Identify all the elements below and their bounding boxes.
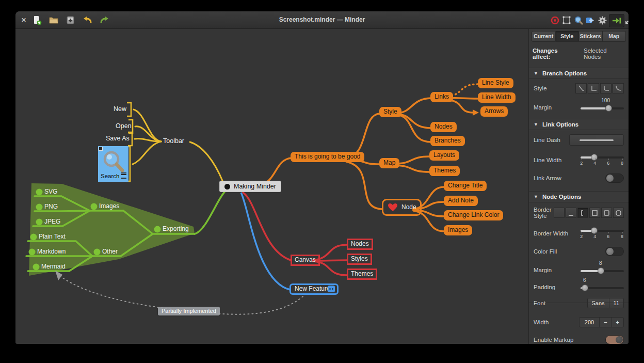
line-dash-button[interactable] <box>569 134 624 146</box>
node-node[interactable]: Node <box>382 199 422 216</box>
export-image-button[interactable] <box>584 14 596 26</box>
connection-title[interactable]: Partially Implemented <box>158 307 220 315</box>
node-toolbar[interactable]: Toolbar <box>163 137 184 145</box>
record-circle-icon <box>550 15 560 25</box>
square-rounded-icon <box>603 210 610 216</box>
node-padding-slider[interactable]: 6 <box>581 284 624 290</box>
node-change-link-color[interactable]: Change Link Color <box>444 210 503 220</box>
node-line-width[interactable]: Line Width <box>478 92 516 103</box>
image-export-icon <box>585 15 595 25</box>
node-exporting[interactable]: Exporting <box>163 226 189 233</box>
branch-style-rounded-button[interactable] <box>600 83 611 93</box>
square-icon <box>591 210 598 216</box>
width-decrement-button[interactable]: − <box>599 318 611 327</box>
focus-mode-button[interactable] <box>549 14 561 26</box>
node-line-style[interactable]: Line Style <box>478 78 513 88</box>
node-search[interactable]: Search <box>98 146 128 182</box>
branch-style-straight-button[interactable] <box>575 83 587 93</box>
branch-style-squared-button[interactable] <box>588 83 599 93</box>
node-change-title[interactable]: Change Title <box>444 181 487 191</box>
node-add-note[interactable]: Add Note <box>444 196 478 206</box>
heart-icon <box>387 202 398 212</box>
node-images-orange[interactable]: Images <box>444 225 472 235</box>
node-width-spinner: 200 − + <box>579 317 624 327</box>
border-pill-button[interactable] <box>613 208 624 218</box>
width-increment-button[interactable]: + <box>611 318 623 327</box>
node-branches[interactable]: Branches <box>430 136 465 146</box>
node-jpeg[interactable]: JPEG <box>44 218 60 226</box>
link-arrow-toggle[interactable] <box>605 173 624 183</box>
sidebar-toggle-button[interactable] <box>609 14 624 27</box>
border-width-slider[interactable]: 2 4 6 8 <box>581 227 624 240</box>
enable-markup-toggle[interactable] <box>605 335 624 344</box>
collapsed-children-badge[interactable] <box>328 286 335 292</box>
fullscreen-button[interactable] <box>623 14 629 26</box>
mindmap-canvas[interactable]: Making Minder Toolbar New Open Save As S… <box>15 29 528 344</box>
branch-style-buttons <box>575 83 624 93</box>
node-save-as[interactable]: Save As <box>106 135 130 142</box>
border-bracket-button[interactable] <box>577 208 588 218</box>
branch-style-label: Style <box>534 85 547 91</box>
bracket-new <box>127 103 131 116</box>
line-width-slider[interactable]: 2 4 6 8 <box>581 153 624 167</box>
branch-style-curved-button[interactable] <box>613 83 624 93</box>
border-width-label: Border Width <box>534 230 568 236</box>
node-this-is-going-to-be-good[interactable]: This is going to be good <box>291 152 364 162</box>
slider-handle[interactable] <box>582 285 588 291</box>
note-icon[interactable] <box>121 172 126 179</box>
node-mermaid[interactable]: Mermaid <box>41 263 66 271</box>
node-plain-text[interactable]: Plain Text <box>39 233 66 241</box>
tab-map[interactable]: Map <box>603 31 626 42</box>
stickers-button[interactable] <box>560 14 573 26</box>
node-nodes[interactable]: Nodes <box>430 122 457 132</box>
branch-straight-icon <box>577 85 585 92</box>
magnifier-icon <box>574 15 584 25</box>
node-images[interactable]: Images <box>99 203 119 210</box>
settings-button[interactable] <box>596 14 608 26</box>
node-canvas-styles[interactable]: Styles <box>347 254 372 265</box>
border-none-button[interactable] <box>554 208 565 218</box>
node-links[interactable]: Links <box>430 92 453 102</box>
sidebar: Current Style Stickers Map Changes affec… <box>528 29 629 344</box>
tab-stickers[interactable]: Stickers <box>579 31 603 42</box>
tab-current[interactable]: Current <box>532 31 556 42</box>
slider-handle[interactable] <box>598 267 604 274</box>
node-themes[interactable]: Themes <box>429 166 460 176</box>
color-fill-toggle[interactable] <box>605 247 624 256</box>
node-svg[interactable]: SVG <box>44 188 57 196</box>
node-markdown[interactable]: Markdown <box>37 248 66 256</box>
gear-icon <box>598 15 607 25</box>
node-layouts[interactable]: Layouts <box>429 150 459 161</box>
border-square2-button[interactable] <box>601 208 612 218</box>
node-style[interactable]: Style <box>379 107 401 117</box>
node-open[interactable]: Open <box>116 122 132 130</box>
border-square-button[interactable] <box>589 208 600 218</box>
node-options-header[interactable]: ▼ Node Options <box>529 191 629 202</box>
node-canvas[interactable]: Canvas <box>291 255 320 266</box>
node-margin-slider[interactable]: 8 <box>581 267 624 273</box>
bracket-icon <box>579 210 586 216</box>
node-png[interactable]: PNG <box>44 203 58 211</box>
node-map[interactable]: Map <box>379 158 399 168</box>
zoom-button[interactable] <box>572 14 585 26</box>
node-arrows[interactable]: Arrows <box>480 106 508 117</box>
font-button[interactable]: Sans 11 <box>587 298 624 308</box>
node-new[interactable]: New <box>114 105 126 113</box>
border-underline-button[interactable] <box>566 208 576 218</box>
branch-options-header[interactable]: ▼ Branch Options <box>529 68 629 79</box>
fullscreen-arrows-icon <box>624 15 629 25</box>
branch-margin-slider[interactable]: 100 <box>581 104 624 111</box>
tab-style[interactable]: Style <box>556 31 579 42</box>
node-margin-label: Margin <box>534 267 552 273</box>
node-other[interactable]: Other <box>102 248 118 256</box>
underline-icon <box>568 210 574 216</box>
line-width-label: Line Width <box>534 157 561 163</box>
node-making-minder[interactable]: Making Minder <box>219 181 281 192</box>
node-canvas-themes[interactable]: Themes <box>347 269 377 280</box>
link-options-header[interactable]: ▼ Link Options <box>529 119 629 130</box>
border-style-buttons <box>554 208 624 218</box>
node-canvas-nodes[interactable]: Nodes <box>347 239 373 250</box>
slider-handle[interactable] <box>605 105 612 112</box>
task-done-icon <box>224 184 230 190</box>
font-label: Font <box>534 300 545 306</box>
